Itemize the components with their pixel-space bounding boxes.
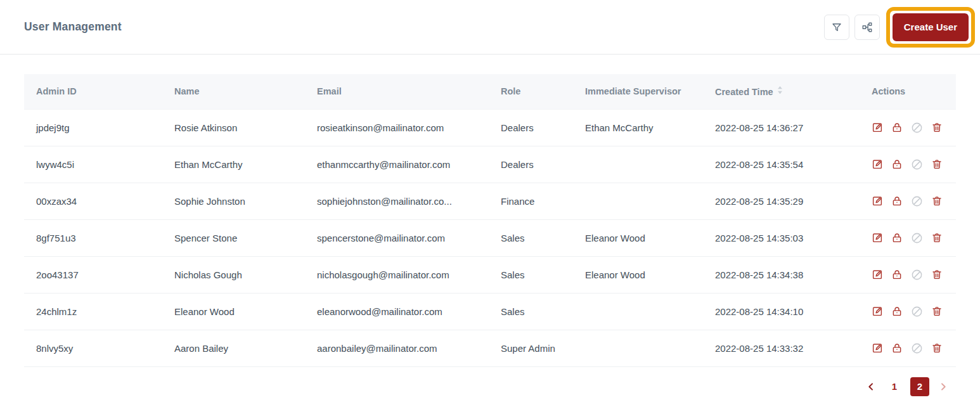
lock-icon[interactable]	[891, 122, 903, 133]
delete-icon[interactable]	[931, 122, 943, 133]
cell-created-time: 2022-08-25 14:34:38	[703, 256, 860, 293]
pagination: 1 2	[0, 377, 951, 396]
edit-icon[interactable]	[872, 342, 883, 354]
table-row: jpdej9tg Rosie Atkinson rosieatkinson@ma…	[24, 109, 956, 146]
cell-admin-id: 8nlvy5xy	[24, 330, 162, 366]
cell-created-time: 2022-08-25 14:34:10	[703, 293, 860, 330]
delete-icon[interactable]	[931, 158, 943, 170]
lock-icon[interactable]	[891, 158, 903, 170]
chevron-left-icon[interactable]	[863, 382, 879, 392]
cell-email: ethanmccarthy@mailinator.com	[305, 146, 489, 183]
cell-name: Aaron Bailey	[162, 330, 305, 366]
edit-icon[interactable]	[872, 158, 883, 170]
ban-icon[interactable]	[911, 306, 923, 318]
cell-created-time: 2022-08-25 14:35:03	[703, 219, 860, 256]
cell-email: aaronbailey@mailinator.com	[305, 330, 489, 366]
cell-actions	[860, 330, 956, 366]
ban-icon[interactable]	[911, 158, 923, 171]
table-row: 00xzax34 Sophie Johnston sophiejohnston@…	[24, 183, 956, 219]
page-title: User Management	[24, 20, 122, 34]
cell-email: eleanorwood@mailinator.com	[305, 293, 489, 330]
cell-created-time: 2022-08-25 14:35:29	[703, 183, 860, 219]
column-header-admin-id: Admin ID	[24, 74, 162, 109]
cell-supervisor	[573, 330, 703, 366]
delete-icon[interactable]	[931, 342, 943, 354]
edit-icon[interactable]	[872, 306, 883, 317]
ban-icon[interactable]	[911, 269, 923, 281]
cell-admin-id: 00xzax34	[24, 183, 162, 219]
column-header-name: Name	[162, 74, 305, 109]
cell-supervisor	[573, 146, 703, 183]
edit-icon[interactable]	[872, 122, 883, 133]
delete-icon[interactable]	[931, 232, 943, 243]
cell-actions	[860, 146, 956, 183]
lock-icon[interactable]	[891, 306, 903, 317]
users-table: Admin ID Name Email Role Immediate Super…	[24, 74, 956, 367]
column-header-supervisor: Immediate Supervisor	[573, 74, 703, 109]
cell-email: spencerstone@mailinator.com	[305, 219, 489, 256]
cell-supervisor	[573, 183, 703, 219]
sort-carets-icon	[777, 86, 783, 96]
cell-admin-id: 24chlm1z	[24, 293, 162, 330]
delete-icon[interactable]	[931, 269, 943, 280]
table-row: 8gf751u3 Spencer Stone spencerstone@mail…	[24, 219, 956, 256]
lock-icon[interactable]	[891, 195, 903, 207]
annotation-highlight-ring: Create User	[886, 7, 975, 48]
toolbar: Create User	[819, 7, 975, 48]
ban-icon[interactable]	[911, 342, 923, 354]
cell-supervisor: Eleanor Wood	[573, 256, 703, 293]
user-management-page: User Management	[0, 0, 980, 407]
edit-icon[interactable]	[872, 269, 883, 280]
edit-icon[interactable]	[872, 232, 883, 243]
delete-icon[interactable]	[931, 195, 943, 207]
cell-role: Super Admin	[489, 330, 573, 366]
cell-actions	[860, 219, 956, 256]
cell-email: rosieatkinson@mailinator.com	[305, 109, 489, 146]
cell-name: Rosie Atkinson	[162, 109, 305, 146]
cell-created-time: 2022-08-25 14:33:32	[703, 330, 860, 366]
table-row: 2oo43137 Nicholas Gough nicholasgough@ma…	[24, 256, 956, 293]
ban-icon[interactable]	[911, 195, 923, 207]
page-button-2[interactable]: 2	[910, 377, 929, 396]
filter-icon	[831, 22, 842, 33]
cell-supervisor: Ethan McCarthy	[573, 109, 703, 146]
cell-name: Nicholas Gough	[162, 256, 305, 293]
cell-actions	[860, 293, 956, 330]
cell-supervisor	[573, 293, 703, 330]
chevron-right-icon[interactable]	[936, 382, 951, 392]
column-header-role: Role	[489, 74, 573, 109]
page-button-1[interactable]: 1	[885, 377, 904, 396]
cell-name: Spencer Stone	[162, 219, 305, 256]
lock-icon[interactable]	[891, 342, 903, 354]
cell-name: Eleanor Wood	[162, 293, 305, 330]
cell-admin-id: 8gf751u3	[24, 219, 162, 256]
delete-icon[interactable]	[931, 306, 943, 317]
table-body: jpdej9tg Rosie Atkinson rosieatkinson@ma…	[24, 109, 956, 366]
cell-created-time: 2022-08-25 14:35:54	[703, 146, 860, 183]
column-header-actions: Actions	[860, 74, 956, 109]
cell-email: nicholasgough@mailinator.com	[305, 256, 489, 293]
cell-actions	[860, 256, 956, 293]
column-header-created-time[interactable]: Created Time	[703, 74, 860, 109]
filter-button[interactable]	[824, 15, 849, 40]
cell-role: Sales	[489, 256, 573, 293]
cell-admin-id: jpdej9tg	[24, 109, 162, 146]
cell-supervisor: Eleanor Wood	[573, 219, 703, 256]
lock-icon[interactable]	[891, 269, 903, 280]
lock-icon[interactable]	[891, 232, 903, 243]
topbar: User Management	[0, 0, 980, 55]
cell-admin-id: lwyw4c5i	[24, 146, 162, 183]
cell-admin-id: 2oo43137	[24, 256, 162, 293]
column-header-email: Email	[305, 74, 489, 109]
cell-role: Dealers	[489, 109, 573, 146]
cell-actions	[860, 109, 956, 146]
org-chart-button[interactable]	[854, 15, 880, 40]
ban-icon[interactable]	[911, 232, 923, 244]
create-user-button[interactable]: Create User	[893, 13, 969, 41]
cell-actions	[860, 183, 956, 219]
ban-icon[interactable]	[911, 122, 923, 134]
cell-role: Dealers	[489, 146, 573, 183]
cell-email: sophiejohnston@mailinator.co...	[305, 183, 489, 219]
edit-icon[interactable]	[872, 195, 883, 207]
cell-role: Finance	[489, 183, 573, 219]
